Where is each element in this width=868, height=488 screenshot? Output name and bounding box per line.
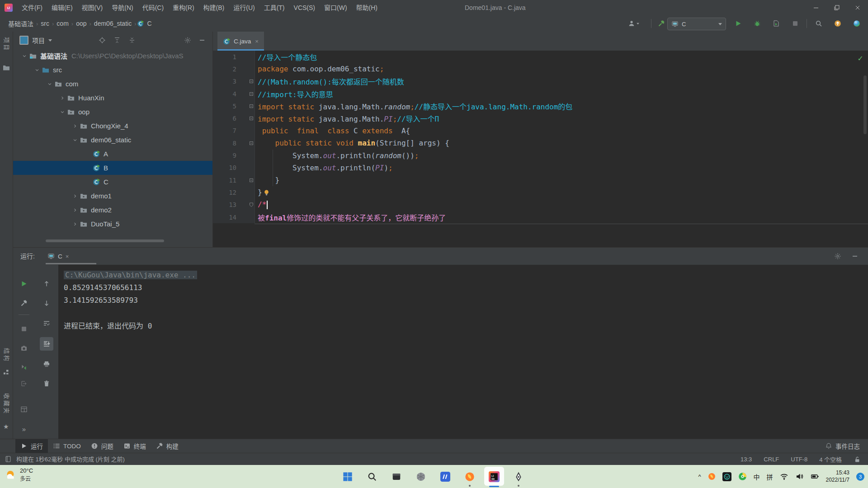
app-pen-button[interactable] — [506, 466, 531, 487]
menu-item[interactable]: 编辑(E) — [47, 0, 77, 15]
chevron-right-icon[interactable] — [71, 221, 79, 227]
fold-marker-icon[interactable] — [249, 104, 254, 108]
intention-bulb-icon[interactable] — [263, 189, 270, 196]
close-button[interactable] — [847, 0, 868, 15]
minimize-button[interactable] — [806, 0, 826, 15]
search-everywhere-button[interactable] — [812, 17, 826, 30]
chevron-down-icon[interactable] — [58, 109, 66, 115]
event-log-button[interactable]: 事件日志 — [825, 439, 860, 453]
settings-button[interactable] — [181, 33, 194, 47]
chevron-right-icon[interactable] — [71, 207, 79, 213]
coverage-button[interactable] — [769, 17, 783, 30]
chevron-down-icon[interactable] — [46, 81, 54, 87]
tree-item-com[interactable]: com — [13, 77, 212, 91]
maximize-button[interactable] — [826, 0, 847, 15]
clock-widget[interactable]: 15:432022/11/7 — [826, 469, 850, 483]
hide-panel-button[interactable] — [195, 33, 209, 47]
inspection-ok-icon[interactable]: ✓ — [858, 54, 863, 63]
menu-item[interactable]: 构建(B) — [199, 0, 229, 15]
user-button[interactable] — [626, 17, 642, 30]
fold-marker-icon[interactable] — [249, 141, 254, 145]
run-panel-hide-button[interactable] — [848, 249, 862, 263]
run-button[interactable] — [731, 17, 745, 30]
tree-item-demo2[interactable]: demo2 — [13, 203, 212, 217]
tree-item-B[interactable]: B — [13, 161, 212, 175]
run-line-icon[interactable] — [241, 140, 248, 147]
chevron-down-icon[interactable] — [20, 53, 28, 59]
wifi-icon[interactable] — [780, 472, 788, 481]
menu-item[interactable]: 运行(U) — [229, 0, 259, 15]
console-output[interactable]: C:\KuGou\Java\bin\java.exe ...0.85291453… — [58, 265, 868, 439]
line-separator[interactable]: CRLF — [764, 456, 779, 463]
locate-file-button[interactable] — [95, 33, 109, 47]
app-kugou-button[interactable] — [458, 466, 482, 487]
breadcrumb-item[interactable]: 基础语法 — [6, 19, 35, 28]
breadcrumb-item[interactable]: dem06_static — [92, 20, 133, 27]
tree-item-HuanXin[interactable]: HuanXin — [13, 91, 212, 105]
tree-item-oop[interactable]: oop — [13, 105, 212, 119]
thread-dump-button[interactable] — [17, 342, 31, 355]
file-encoding[interactable]: UTF-8 — [791, 456, 807, 463]
tree-item-ChongXie_4[interactable]: ChongXie_4 — [13, 119, 212, 133]
menu-item[interactable]: 文件(F) — [17, 0, 47, 15]
chevron-right-icon[interactable] — [71, 193, 79, 199]
breadcrumb-item[interactable]: src — [39, 20, 51, 27]
tool-button-构建[interactable]: 构建 — [151, 439, 184, 453]
star-icon[interactable]: ★ — [3, 423, 9, 430]
fold-marker-icon[interactable] — [249, 202, 254, 207]
collapse-all-button[interactable] — [125, 33, 139, 47]
tray-expand-icon[interactable]: ^ — [698, 473, 701, 480]
expand-all-button[interactable] — [110, 33, 124, 47]
app-idea-button[interactable]: IJ — [482, 466, 506, 487]
stripe-tab-favorites[interactable]: 收藏夹 — [3, 393, 11, 415]
build-button[interactable] — [655, 17, 668, 30]
run-panel-settings-button[interactable] — [831, 249, 844, 263]
chevron-down-icon[interactable] — [33, 67, 41, 73]
ide-updates-button[interactable] — [850, 17, 863, 30]
tree-item-C[interactable]: C — [13, 175, 212, 189]
lock-open-icon[interactable] — [854, 456, 861, 463]
tree-item-demo1[interactable]: demo1 — [13, 189, 212, 203]
horizontal-scrollbar[interactable] — [46, 239, 164, 242]
menu-item[interactable]: 重构(R) — [168, 0, 198, 15]
more-options-button[interactable]: » — [17, 422, 31, 436]
chevron-right-icon[interactable] — [71, 123, 79, 129]
scroll-to-end-button[interactable] — [40, 337, 53, 351]
menu-item[interactable]: 导航(N) — [107, 0, 137, 15]
stop-button[interactable] — [788, 17, 802, 30]
stop-run-button[interactable] — [17, 322, 31, 336]
ime-language[interactable]: 中 — [754, 472, 760, 481]
editor-scrollbar[interactable] — [863, 75, 867, 134]
fold-marker-icon[interactable] — [249, 92, 254, 96]
run-config-selector[interactable]: C — [667, 18, 726, 30]
edit-configuration-button[interactable] — [17, 296, 31, 310]
tab-cjava[interactable]: C.java× — [217, 32, 264, 51]
down-stack-button[interactable] — [40, 296, 53, 310]
stripe-tab-structure[interactable]: 结构 — [3, 348, 11, 362]
menu-item[interactable]: 视图(V) — [77, 0, 108, 15]
close-icon[interactable]: × — [66, 253, 69, 260]
close-icon[interactable]: × — [255, 38, 259, 45]
tool-button-问题[interactable]: 问题 — [86, 439, 118, 453]
project-panel-title[interactable]: 项目 — [32, 36, 45, 45]
debug-button[interactable] — [750, 17, 764, 30]
caret-position[interactable]: 13:3 — [741, 456, 752, 463]
chevron-down-icon[interactable] — [71, 137, 79, 143]
menu-item[interactable]: 工具(T) — [259, 0, 289, 15]
soft-wrap-button[interactable] — [40, 317, 53, 330]
chevron-right-icon[interactable] — [58, 95, 66, 101]
rerun-button[interactable] — [17, 277, 31, 291]
import-test-results-button[interactable] — [17, 377, 31, 390]
taskbar-search-button[interactable] — [360, 466, 384, 487]
update-button[interactable] — [831, 17, 844, 30]
notification-badge[interactable]: 3 — [856, 473, 864, 481]
tree-item-src[interactable]: src — [13, 63, 212, 77]
clear-console-button[interactable] — [40, 377, 53, 390]
tree-item-基础语法[interactable]: 基础语法C:\Users\PC\Desktop\Desktop\JavaS — [13, 49, 212, 63]
breadcrumb-item[interactable]: com — [55, 20, 70, 27]
explorer-button[interactable] — [384, 466, 409, 487]
app-dev-button[interactable] — [433, 466, 458, 487]
start-button[interactable] — [335, 466, 360, 487]
menu-item[interactable]: VCS(S) — [289, 0, 320, 15]
stripe-tab-project[interactable]: 项目 — [3, 37, 11, 52]
